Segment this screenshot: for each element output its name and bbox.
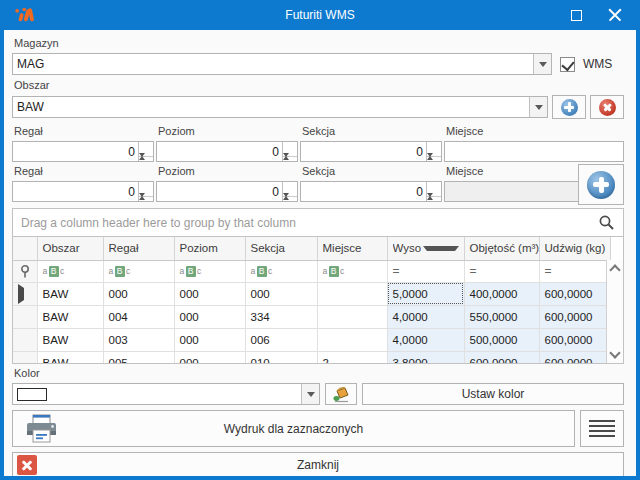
cell-regal[interactable]: 003 bbox=[103, 328, 174, 351]
column-header-regal[interactable]: Regał bbox=[103, 237, 174, 260]
zamknij-button[interactable]: Zamknij bbox=[12, 452, 624, 476]
cell-wysokosc[interactable]: 4,0000 bbox=[387, 328, 464, 351]
cell-objetosc[interactable]: 550,0000 bbox=[464, 305, 539, 328]
filter-cell-obszar[interactable]: aBc bbox=[37, 260, 103, 282]
add-obszar-button[interactable] bbox=[552, 95, 586, 119]
column-header-miejsce[interactable]: Miejsce bbox=[317, 237, 387, 260]
magazyn-value: MAG bbox=[13, 57, 533, 71]
filter-cell-objetosc[interactable]: = bbox=[464, 260, 539, 282]
close-icon[interactable] bbox=[608, 8, 622, 22]
cell-udzwig[interactable]: 600,0000 bbox=[539, 282, 610, 305]
cell-udzwig[interactable]: 600,0000 bbox=[539, 351, 610, 364]
remove-x-icon bbox=[599, 99, 616, 116]
paint-bucket-button[interactable] bbox=[325, 383, 357, 405]
row-indicator bbox=[13, 282, 37, 305]
regal-spinner-1[interactable] bbox=[12, 141, 154, 162]
column-header-objetosc[interactable]: Objętość (m³) bbox=[464, 237, 539, 260]
filter-cell-udzwig[interactable]: = bbox=[539, 260, 610, 282]
cell-sekcja[interactable]: 006 bbox=[245, 328, 317, 351]
sekcja-input-1[interactable] bbox=[301, 142, 426, 161]
cell-wysokosc[interactable]: 5,0000 bbox=[387, 282, 464, 305]
cell-miejsce[interactable]: 2 bbox=[317, 351, 387, 364]
titlebar[interactable]: Futuriti WMS bbox=[4, 0, 636, 30]
magazyn-combobox[interactable]: MAG bbox=[12, 53, 552, 75]
regal-input-1[interactable] bbox=[13, 142, 138, 161]
scroll-up-icon[interactable] bbox=[609, 264, 620, 275]
cell-regal[interactable]: 004 bbox=[103, 305, 174, 328]
column-header-udzwig[interactable]: Udźwig (kg) bbox=[539, 237, 610, 260]
cell-udzwig[interactable]: 600,0000 bbox=[539, 328, 610, 351]
cell-poziom[interactable]: 000 bbox=[174, 351, 245, 364]
color-combobox[interactable] bbox=[12, 383, 320, 405]
regal-input-2[interactable] bbox=[13, 182, 138, 201]
vertical-scrollbar[interactable] bbox=[606, 260, 623, 363]
window-title: Futuriti WMS bbox=[4, 8, 636, 22]
obszar-combobox[interactable]: BAW bbox=[12, 96, 548, 118]
chevron-down-icon bbox=[539, 62, 547, 67]
wydruk-button[interactable]: Wydruk dla zaznaczonych bbox=[12, 410, 575, 447]
column-header-sekcja[interactable]: Sekcja bbox=[245, 237, 317, 260]
cell-sekcja[interactable]: 334 bbox=[245, 305, 317, 328]
cell-objetosc[interactable]: 600,0000 bbox=[464, 351, 539, 364]
cell-sekcja[interactable]: 000 bbox=[245, 282, 317, 305]
printer-icon bbox=[23, 414, 61, 446]
magazyn-dropdown-button[interactable] bbox=[533, 54, 551, 74]
wms-checkbox-label: WMS bbox=[583, 57, 612, 71]
remove-obszar-button[interactable] bbox=[590, 95, 624, 119]
scroll-down-icon[interactable] bbox=[609, 347, 620, 358]
cell-obszar[interactable]: BAW bbox=[37, 282, 103, 305]
cell-wysokosc[interactable]: 3,8000 bbox=[387, 351, 464, 364]
filter-cell-regal[interactable]: aBc bbox=[103, 260, 174, 282]
cell-poziom[interactable]: 000 bbox=[174, 328, 245, 351]
magazyn-label: Magazyn bbox=[14, 37, 624, 51]
cell-regal[interactable]: 005 bbox=[103, 351, 174, 364]
cell-regal[interactable]: 000 bbox=[103, 282, 174, 305]
cell-miejsce[interactable] bbox=[317, 282, 387, 305]
poziom-input-2[interactable] bbox=[157, 182, 282, 201]
add-location-button[interactable] bbox=[578, 164, 624, 205]
cell-objetosc[interactable]: 400,0000 bbox=[464, 282, 539, 305]
cell-obszar[interactable]: BAW bbox=[37, 328, 103, 351]
sekcja-spinner-1[interactable] bbox=[300, 141, 442, 162]
poziom-input-1[interactable] bbox=[157, 142, 282, 161]
group-by-panel[interactable]: Drag a column header here to group by th… bbox=[13, 209, 623, 237]
filter-cell-poziom[interactable]: aBc bbox=[174, 260, 245, 282]
regal-spinner-2[interactable] bbox=[12, 181, 154, 202]
sekcja-input-2[interactable] bbox=[301, 182, 426, 201]
cell-udzwig[interactable]: 600,0000 bbox=[539, 305, 610, 328]
miejsce-input-1[interactable] bbox=[444, 141, 624, 162]
table-row[interactable]: BAW 000 000 000 5,0000 400,0000 600,0000 bbox=[13, 282, 610, 305]
filter-cell-wysokosc[interactable]: = bbox=[387, 260, 464, 282]
print-options-button[interactable] bbox=[580, 410, 624, 447]
cell-miejsce[interactable] bbox=[317, 305, 387, 328]
column-header-obszar[interactable]: Obszar bbox=[37, 237, 103, 260]
plus-icon bbox=[561, 99, 578, 116]
sekcja-spinner-2[interactable] bbox=[300, 181, 442, 202]
poziom-spinner-1[interactable] bbox=[156, 141, 298, 162]
column-header-wysokosc[interactable]: Wysokość... bbox=[387, 237, 464, 260]
color-dropdown-button[interactable] bbox=[301, 384, 319, 404]
obszar-dropdown-button[interactable] bbox=[529, 97, 547, 117]
table-row[interactable]: BAW 005 000 010 2 3,8000 600,0000 600,00… bbox=[13, 351, 610, 364]
ustaw-kolor-button[interactable]: Ustaw kolor bbox=[362, 383, 624, 405]
cell-poziom[interactable]: 000 bbox=[174, 282, 245, 305]
cell-poziom[interactable]: 000 bbox=[174, 305, 245, 328]
poziom-spinner-2[interactable] bbox=[156, 181, 298, 202]
cell-obszar[interactable]: BAW bbox=[37, 305, 103, 328]
abc-filter-icon: aBc bbox=[251, 266, 312, 277]
cell-obszar[interactable]: BAW bbox=[37, 351, 103, 364]
zamknij-label: Zamknij bbox=[297, 458, 339, 472]
maximize-icon[interactable] bbox=[571, 10, 582, 21]
column-header-poziom[interactable]: Poziom bbox=[174, 237, 245, 260]
filter-cell-sekcja[interactable]: aBc bbox=[245, 260, 317, 282]
cell-objetosc[interactable]: 500,0000 bbox=[464, 328, 539, 351]
wms-checkbox[interactable] bbox=[560, 57, 575, 72]
abc-filter-icon: aBc bbox=[43, 266, 98, 277]
cell-miejsce[interactable] bbox=[317, 328, 387, 351]
filter-cell-miejsce[interactable]: aBc bbox=[317, 260, 387, 282]
table-row[interactable]: BAW 004 000 334 4,0000 550,0000 600,0000 bbox=[13, 305, 610, 328]
table-row[interactable]: BAW 003 000 006 4,0000 500,0000 600,0000 bbox=[13, 328, 610, 351]
cell-sekcja[interactable]: 010 bbox=[245, 351, 317, 364]
search-icon[interactable] bbox=[598, 214, 615, 231]
cell-wysokosc[interactable]: 4,0000 bbox=[387, 305, 464, 328]
